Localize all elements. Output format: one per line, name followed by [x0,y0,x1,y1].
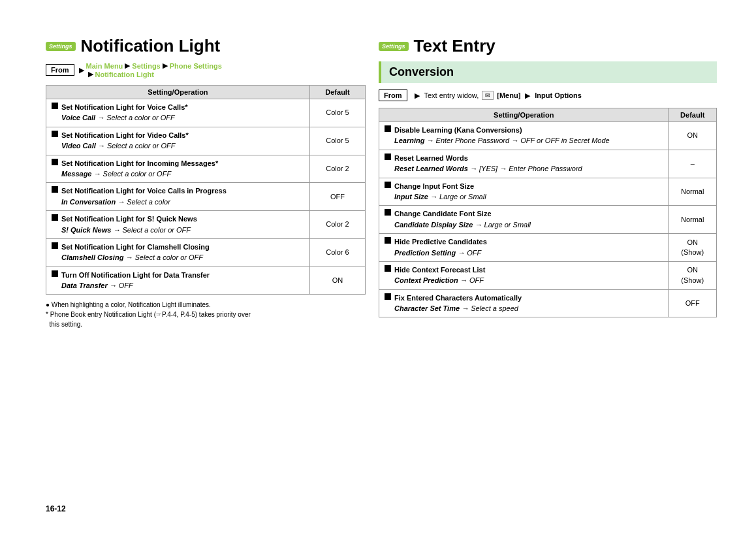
sq-bullet-6 [52,270,58,277]
right-sq-bullet-1 [385,153,391,160]
setting-name-6: Turn Off Notification Light for Data Tra… [61,270,304,280]
left-arrow-3: ▶ [163,61,168,70]
right-table-row: Hide Predictive CandidatesPrediction Set… [379,234,717,262]
left-setting-cell-2: Set Notification Light for Incoming Mess… [46,155,310,183]
right-sq-bullet-3 [385,209,391,216]
left-table-row: Set Notification Light for Voice Calls*V… [46,99,366,127]
right-column: Settings Text Entry Conversion From ▶ Te… [379,36,717,329]
right-table-row: Hide Context Forecast ListContext Predic… [379,261,717,289]
right-section-header: Settings Text Entry [379,36,717,56]
setting-desc-3: In Conversation → Select a color [61,197,304,207]
footnote-1: ● When highlighting a color, Notificatio… [46,300,366,310]
setting-desc-5: Clamshell Closing → Select a color or OF… [61,253,304,263]
left-col-header-setting: Setting/Operation [46,86,310,99]
right-setting-content-3: Change Candidate Font SizeCandidate Disp… [394,209,663,230]
left-setting-cell-6: Turn Off Notification Light for Data Tra… [46,266,310,295]
right-default-cell-6: OFF [669,289,717,317]
right-setting-content-1: Reset Learned WordsReset Learned Words →… [394,153,663,174]
right-setting-content-2: Change Input Font SizeInput Size → Large… [394,182,663,202]
left-breadcrumb-multi: Main Menu ▶ Settings ▶ Phone Settings ▶ … [86,61,222,78]
right-setting-cell-1: Reset Learned WordsReset Learned Words →… [379,150,669,178]
right-setting-name-0: Disable Learning (Kana Conversions) [394,125,663,135]
right-setting-content-0: Disable Learning (Kana Conversions)Learn… [394,125,663,146]
sq-bullet-1 [52,131,58,137]
right-setting-cell-4: Hide Predictive CandidatesPrediction Set… [379,234,669,262]
right-col-header-setting: Setting/Operation [379,108,669,122]
left-section-header: Settings Notification Light [46,36,366,56]
setting-name-4: Set Notification Light for S! Quick News [61,214,304,224]
sq-bullet-2 [52,159,58,165]
setting-name-5: Set Notification Light for Clamshell Clo… [61,242,304,252]
left-table: Setting/Operation Default Set Notificati… [46,85,366,295]
right-setting-row-inner-0: Disable Learning (Kana Conversions)Learn… [385,125,663,146]
right-setting-desc-5: Context Prediction → OFF [394,276,663,285]
menu-icon: ✉ [482,91,494,100]
left-arrow-2: ▶ [125,61,130,70]
left-section-title: Notification Light [81,36,221,56]
left-bc-main-menu: Main Menu [86,62,123,70]
conversion-header: Conversion [379,61,717,83]
setting-row-inner-3: Set Notification Light for Voice Calls i… [52,186,304,207]
right-section-title: Text Entry [414,36,496,56]
right-arrow-2: ▶ [525,91,530,100]
right-setting-name-2: Change Input Font Size [394,182,663,191]
left-table-row: Set Notification Light for Incoming Mess… [46,155,366,183]
left-bc-notification-light: Notification Light [95,71,154,78]
left-column: Settings Notification Light From ▶ Main … [46,36,366,329]
left-settings-badge: Settings [46,42,76,51]
left-breadcrumb-line1: Main Menu ▶ Settings ▶ Phone Settings [86,61,222,70]
left-setting-cell-1: Set Notification Light for Video Calls*V… [46,127,310,155]
setting-row-inner-0: Set Notification Light for Voice Calls*V… [52,103,304,123]
right-setting-desc-0: Learning → Enter Phone Password → OFF or… [394,136,663,146]
setting-desc-6: Data Transfer → OFF [61,281,304,291]
right-default-cell-2: Normal [669,178,717,206]
left-breadcrumb-line2: ▶ Notification Light [86,70,222,78]
right-setting-desc-3: Candidate Display Size → Large or Small [394,220,663,230]
right-setting-desc-4: Prediction Setting → OFF [394,248,663,258]
right-sq-bullet-0 [385,125,391,132]
setting-content-5: Set Notification Light for Clamshell Clo… [61,242,304,263]
left-table-header-row: Setting/Operation Default [46,86,366,99]
left-from-box: From [46,64,74,76]
left-setting-cell-0: Set Notification Light for Voice Calls*V… [46,99,310,127]
setting-row-inner-2: Set Notification Light for Incoming Mess… [52,159,304,180]
setting-content-0: Set Notification Light for Voice Calls*V… [61,103,304,123]
right-setting-content-6: Fix Entered Characters AutomaticallyChar… [394,293,663,314]
right-setting-row-inner-5: Hide Context Forecast ListContext Predic… [385,265,663,286]
setting-content-1: Set Notification Light for Video Calls*V… [61,131,304,152]
left-arrow-4: ▶ [88,70,93,78]
left-col-header-default: Default [309,86,365,99]
right-from-box: From [379,89,407,101]
left-default-cell-2: Color 2 [309,155,365,183]
setting-name-2: Set Notification Light for Incoming Mess… [61,159,304,169]
setting-content-6: Turn Off Notification Light for Data Tra… [61,270,304,291]
left-setting-cell-4: Set Notification Light for S! Quick News… [46,211,310,239]
right-setting-row-inner-1: Reset Learned WordsReset Learned Words →… [385,153,663,174]
setting-name-0: Set Notification Light for Voice Calls* [61,103,304,112]
left-bc-phone-settings: Phone Settings [170,62,222,70]
setting-row-inner-4: Set Notification Light for S! Quick News… [52,214,304,235]
right-setting-name-4: Hide Predictive Candidates [394,237,663,247]
setting-content-4: Set Notification Light for S! Quick News… [61,214,304,235]
setting-row-inner-1: Set Notification Light for Video Calls*V… [52,131,304,152]
left-default-cell-5: Color 6 [309,238,365,266]
right-table: Setting/Operation Default Disable Learni… [379,108,717,317]
right-default-cell-3: Normal [669,206,717,234]
setting-desc-1: Video Call → Select a color or OFF [61,141,304,151]
left-table-row: Set Notification Light for Voice Calls i… [46,183,366,211]
right-setting-cell-3: Change Candidate Font SizeCandidate Disp… [379,206,669,234]
left-setting-cell-5: Set Notification Light for Clamshell Clo… [46,238,310,266]
right-setting-cell-6: Fix Entered Characters AutomaticallyChar… [379,289,669,317]
right-table-row: Disable Learning (Kana Conversions)Learn… [379,122,717,150]
page-container: Settings Notification Light From ▶ Main … [0,0,756,533]
right-table-header-row: Setting/Operation Default [379,108,717,122]
left-breadcrumb: From ▶ Main Menu ▶ Settings ▶ Phone Sett… [46,61,366,78]
right-table-row: Reset Learned WordsReset Learned Words →… [379,150,717,178]
left-table-row: Set Notification Light for Clamshell Clo… [46,238,366,266]
setting-desc-4: S! Quick News → Select a color or OFF [61,225,304,235]
setting-desc-0: Voice Call → Select a color or OFF [61,113,304,123]
right-sq-bullet-5 [385,265,391,272]
right-setting-row-inner-6: Fix Entered Characters AutomaticallyChar… [385,293,663,314]
setting-row-inner-5: Set Notification Light for Clamshell Clo… [52,242,304,263]
right-setting-desc-1: Reset Learned Words → [YES] → Enter Phon… [394,164,663,174]
